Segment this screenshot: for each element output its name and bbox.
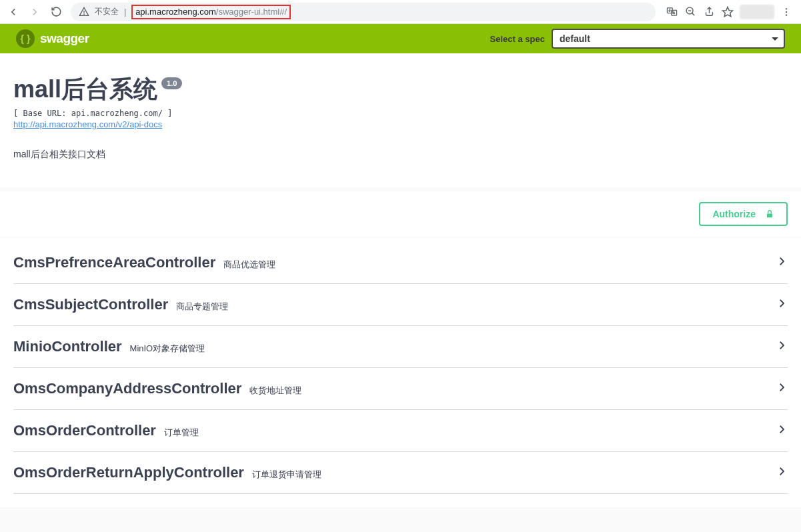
svg-point-9	[786, 11, 787, 12]
tag-row[interactable]: CmsSubjectController商品专题管理	[13, 284, 788, 326]
chevron-right-icon	[776, 255, 788, 270]
tag-row[interactable]: OmsOrderReturnApplyController订单退货申请管理	[13, 452, 788, 494]
svg-marker-7	[723, 7, 733, 16]
tag-left: CmsPrefrenceAreaController商品优选管理	[13, 254, 275, 271]
tag-desc: 商品优选管理	[223, 259, 275, 271]
tag-left: OmsOrderReturnApplyController订单退货申请管理	[13, 464, 321, 481]
chevron-right-icon	[776, 465, 788, 480]
tag-left: CmsSubjectController商品专题管理	[13, 296, 228, 313]
chevron-right-icon	[776, 423, 788, 438]
svg-point-1	[84, 14, 85, 15]
reload-button[interactable]	[47, 3, 65, 21]
authorize-section: Authorize	[0, 191, 801, 237]
spec-selector-wrap: Select a spec default	[490, 29, 785, 49]
tag-row[interactable]: MinioControllerMinIO对象存储管理	[13, 326, 788, 368]
swagger-topbar: { } swagger Select a spec default	[0, 24, 801, 53]
profile-avatar[interactable]	[740, 5, 774, 19]
tag-name: OmsCompanyAddressController	[13, 380, 241, 397]
tag-left: MinioControllerMinIO对象存储管理	[13, 338, 205, 355]
tag-name: CmsPrefrenceAreaController	[13, 254, 215, 271]
svg-point-10	[786, 14, 787, 15]
tag-desc: 订单退货申请管理	[252, 469, 321, 481]
svg-point-8	[786, 8, 787, 9]
share-icon[interactable]	[702, 5, 716, 19]
tag-row[interactable]: OmsCompanyAddressController收货地址管理	[13, 368, 788, 410]
tag-desc: MinIO对象存储管理	[130, 343, 205, 355]
url-text: api.macrozheng.com/swagger-ui.html#/	[135, 7, 287, 17]
tag-row[interactable]: CmsPrefrenceAreaController商品优选管理	[13, 242, 788, 284]
zoom-icon[interactable]	[684, 5, 697, 19]
tag-left: OmsOrderController订单管理	[13, 422, 199, 439]
tag-name: OmsOrderReturnApplyController	[13, 464, 244, 481]
tag-name: OmsOrderController	[13, 422, 156, 439]
lock-icon	[765, 209, 774, 219]
version-badge: 1.0	[161, 77, 182, 89]
tag-desc: 收货地址管理	[249, 385, 301, 397]
swagger-logo-text: swagger	[40, 31, 89, 46]
chevron-right-icon	[776, 297, 788, 312]
authorize-button-label: Authorize	[712, 209, 756, 219]
base-url: [ Base URL: api.macrozheng.com/ ]	[13, 109, 788, 118]
chevron-right-icon	[776, 339, 788, 354]
address-bar[interactable]: 不安全 | api.macrozheng.com/swagger-ui.html…	[71, 3, 656, 21]
swagger-logo-icon: { }	[16, 29, 35, 48]
chevron-right-icon	[776, 381, 788, 396]
svg-line-5	[692, 13, 694, 16]
menu-icon[interactable]	[780, 5, 793, 19]
svg-rect-11	[767, 213, 772, 217]
tag-desc: 商品专题管理	[176, 301, 228, 313]
browser-toolbar: 不安全 | api.macrozheng.com/swagger-ui.html…	[0, 0, 801, 24]
tag-name: MinioController	[13, 338, 122, 355]
api-docs-link[interactable]: http://api.macrozheng.com/v2/api-docs	[13, 119, 162, 129]
api-title: mall后台系统	[13, 73, 157, 106]
insecure-label: 不安全	[95, 6, 119, 17]
back-button[interactable]	[4, 3, 23, 21]
authorize-button[interactable]: Authorize	[699, 202, 788, 226]
api-info-section: mall后台系统 1.0 [ Base URL: api.macrozheng.…	[0, 53, 801, 187]
tag-name: CmsSubjectController	[13, 296, 168, 313]
tags-list: CmsPrefrenceAreaController商品优选管理CmsSubje…	[0, 238, 801, 507]
api-description: mall后台相关接口文档	[13, 149, 788, 161]
bookmark-icon[interactable]	[721, 5, 734, 19]
spec-label: Select a spec	[490, 34, 545, 44]
translate-icon[interactable]	[665, 5, 678, 19]
warning-icon	[79, 7, 89, 17]
swagger-logo[interactable]: { } swagger	[16, 29, 89, 48]
tag-left: OmsCompanyAddressController收货地址管理	[13, 380, 301, 397]
toolbar-right	[661, 5, 797, 19]
url-highlight-box: api.macrozheng.com/swagger-ui.html#/	[131, 5, 291, 19]
spec-select[interactable]: default	[552, 29, 785, 49]
forward-button[interactable]	[25, 3, 44, 21]
tag-desc: 订单管理	[164, 427, 199, 439]
tag-row[interactable]: OmsOrderController订单管理	[13, 410, 788, 452]
